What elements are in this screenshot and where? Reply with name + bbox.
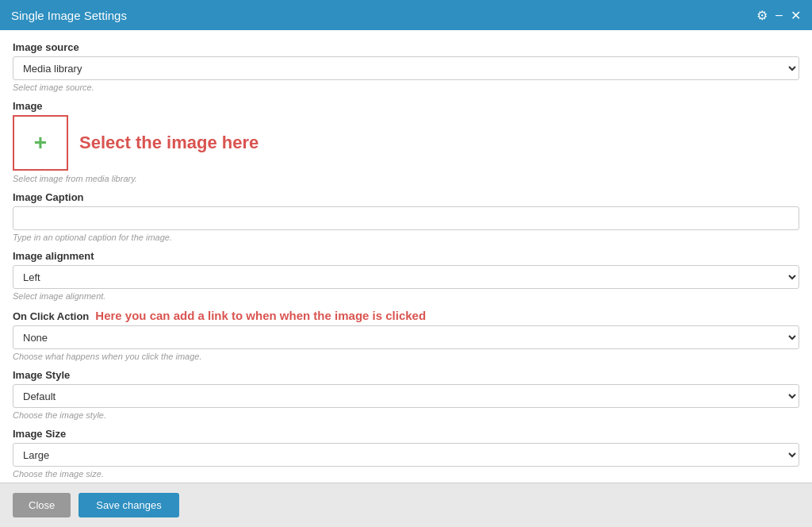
- on-click-label-row: On Click Action Here you can add a link …: [13, 309, 799, 322]
- image-caption-input[interactable]: [13, 206, 799, 230]
- image-style-hint: Choose the image style.: [13, 410, 799, 420]
- image-style-label: Image Style: [13, 369, 799, 381]
- save-button[interactable]: Save changes: [79, 493, 178, 517]
- image-alignment-label: Image alignment: [13, 250, 799, 262]
- image-caption-hint: Type in an optional caption for the imag…: [13, 233, 799, 242]
- on-click-action-hint: Choose what happens when you click the i…: [13, 352, 799, 361]
- close-icon[interactable]: ✕: [791, 8, 801, 23]
- image-source-group: Image source Media library URL Select im…: [13, 41, 799, 92]
- image-alignment-group: Image alignment Left Center Right Select…: [13, 250, 799, 301]
- minimize-icon[interactable]: –: [776, 8, 783, 22]
- image-source-select[interactable]: Media library URL: [13, 56, 799, 80]
- image-row: + Select the image here: [13, 115, 799, 171]
- footer: Close Save changes: [0, 483, 812, 527]
- settings-content: Image source Media library URL Select im…: [0, 30, 812, 483]
- title-bar: Single Image Settings ⚙ – ✕: [0, 0, 812, 30]
- gear-icon[interactable]: ⚙: [756, 8, 768, 23]
- window-title: Single Image Settings: [11, 9, 127, 22]
- image-source-hint: Select image source.: [13, 83, 799, 92]
- image-select-hint: Select the image here: [79, 133, 259, 153]
- image-label: Image: [13, 100, 799, 112]
- image-size-hint: Choose the image size.: [13, 469, 799, 479]
- image-size-group: Image Size Thumbnail Medium Large Full S…: [13, 428, 799, 479]
- image-alignment-hint: Select image alignment.: [13, 291, 799, 301]
- window-controls: ⚙ – ✕: [756, 8, 801, 23]
- image-size-select[interactable]: Thumbnail Medium Large Full Size: [13, 443, 799, 467]
- on-click-action-label: On Click Action: [13, 310, 89, 322]
- image-picker[interactable]: +: [13, 115, 68, 171]
- image-style-group: Image Style Default Rounded Circle Thumb…: [13, 369, 799, 420]
- image-picker-plus-icon: +: [34, 132, 47, 154]
- image-size-label: Image Size: [13, 428, 799, 440]
- image-caption-label: Image Caption: [13, 191, 799, 203]
- image-style-select[interactable]: Default Rounded Circle Thumbnail: [13, 384, 799, 408]
- on-click-action-group: On Click Action Here you can add a link …: [13, 309, 799, 361]
- image-alignment-select[interactable]: Left Center Right: [13, 265, 799, 289]
- on-click-action-red-hint: Here you can add a link to when when the…: [95, 309, 426, 322]
- image-source-label: Image source: [13, 41, 799, 53]
- image-hint: Select image from media library.: [13, 174, 799, 183]
- on-click-action-select[interactable]: None Open link Lightbox: [13, 325, 799, 349]
- window: Single Image Settings ⚙ – ✕ Image source…: [0, 0, 812, 527]
- image-group: Image + Select the image here Select ima…: [13, 100, 799, 183]
- close-button[interactable]: Close: [13, 493, 71, 517]
- image-caption-group: Image Caption Type in an optional captio…: [13, 191, 799, 242]
